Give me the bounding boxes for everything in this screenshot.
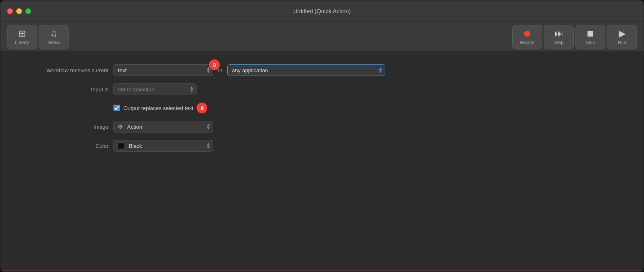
image-select[interactable]: Action Custom...	[113, 121, 213, 132]
input-type-select[interactable]: text files images URLs	[113, 64, 213, 76]
run-button[interactable]: ▶ Run	[607, 25, 637, 49]
toolbar-left: ⊞ Library ♫ Media	[7, 25, 69, 49]
library-button[interactable]: ⊞ Library	[7, 25, 37, 49]
output-replaces-label: Output replaces selected text	[123, 105, 193, 111]
stop-label: Stop	[586, 40, 595, 45]
workflow-settings: Workflow receives current text files ima…	[0, 52, 644, 172]
bottom-bar	[0, 270, 644, 272]
input-is-select[interactable]: entire selection no input	[113, 83, 197, 95]
color-label: Color	[17, 143, 108, 149]
workflow-receives-row: Workflow receives current text files ima…	[17, 64, 627, 76]
maximize-button[interactable]	[25, 8, 31, 14]
media-button[interactable]: ♫ Media	[39, 25, 69, 49]
minimize-button[interactable]	[16, 8, 22, 14]
media-label: Media	[47, 40, 60, 45]
input-is-label: Input is	[17, 86, 108, 93]
badge-9: 9	[197, 103, 207, 113]
run-label: Run	[618, 40, 626, 45]
stop-icon: ⏹	[586, 29, 595, 38]
record-button[interactable]: ⏺ Record	[512, 25, 542, 49]
application-select[interactable]: any application Finder Safari Mail	[227, 64, 385, 76]
workflow-receives-label: Workflow receives current	[17, 67, 108, 74]
run-icon: ▶	[619, 29, 626, 38]
input-is-select-wrapper: entire selection no input ▲▼	[113, 83, 197, 95]
library-label: Library	[15, 40, 29, 45]
color-row: Color Black Blue Gray Green Orange Purpl…	[17, 140, 627, 152]
window-title: Untitled (Quick Action)	[293, 8, 351, 15]
titlebar: Untitled (Quick Action)	[0, 0, 644, 22]
application-select-wrapper: any application Finder Safari Mail ▲▼	[227, 64, 385, 76]
toolbar: ⊞ Library ♫ Media ⏺ Record ⏭ Step ⏹ Stop	[0, 22, 644, 52]
main-window: Untitled (Quick Action) ⊞ Library ♫ Medi…	[0, 0, 644, 272]
record-icon: ⏺	[523, 29, 532, 38]
content-area: Workflow receives current text files ima…	[0, 52, 644, 272]
stop-button[interactable]: ⏹ Stop	[575, 25, 605, 49]
step-icon: ⏭	[554, 29, 563, 38]
input-is-row: Input is entire selection no input ▲▼	[17, 83, 627, 95]
empty-canvas	[0, 172, 644, 270]
image-label: Image	[17, 124, 108, 130]
image-select-wrapper: ⚙ Action Custom... ▲▼	[113, 121, 213, 132]
input-type-wrapper: text files images URLs ▲▼ 8	[113, 64, 213, 76]
output-replaces-row: Output replaces selected text 9	[17, 103, 627, 113]
input-type-select-wrapper: text files images URLs ▲▼	[113, 64, 213, 76]
media-icon: ♫	[50, 29, 57, 38]
library-icon: ⊞	[18, 29, 26, 38]
step-label: Step	[554, 40, 564, 45]
output-replaces-checkbox[interactable]	[113, 105, 120, 111]
step-button[interactable]: ⏭ Step	[544, 25, 574, 49]
toolbar-right: ⏺ Record ⏭ Step ⏹ Stop ▶ Run	[512, 25, 637, 49]
window-controls	[7, 8, 31, 14]
record-label: Record	[520, 40, 534, 45]
color-select[interactable]: Black Blue Gray Green Orange Purple Red …	[113, 140, 213, 152]
close-button[interactable]	[7, 8, 13, 14]
color-select-wrapper: Black Blue Gray Green Orange Purple Red …	[113, 140, 213, 152]
image-row: Image ⚙ Action Custom... ▲▼	[17, 121, 627, 132]
in-label: in	[218, 67, 222, 74]
badge-8: 8	[209, 59, 220, 70]
